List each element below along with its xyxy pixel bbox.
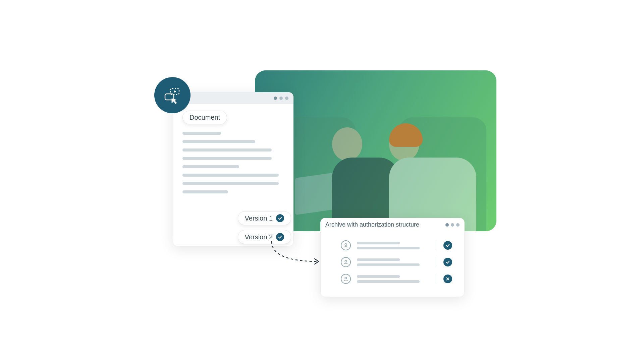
window-dot-icon xyxy=(451,223,454,227)
svg-point-5 xyxy=(345,260,347,262)
document-window: Document Version 1 Version 2 xyxy=(173,92,293,246)
svg-point-6 xyxy=(345,277,347,279)
person-icon xyxy=(341,274,351,284)
window-dot-icon xyxy=(456,223,460,227)
skeleton-line xyxy=(182,157,272,160)
check-icon xyxy=(276,214,284,222)
authorization-row xyxy=(341,237,452,254)
svg-point-4 xyxy=(345,244,347,246)
skeleton-line xyxy=(182,148,272,152)
version-pill-2[interactable]: Version 2 xyxy=(238,230,291,244)
drag-duplicate-badge xyxy=(154,77,191,113)
duplicate-cursor-icon xyxy=(162,84,183,107)
check-icon xyxy=(443,241,452,250)
authorization-text-skeleton xyxy=(357,258,428,266)
person-icon xyxy=(341,257,351,267)
skeleton-line xyxy=(182,190,228,193)
skeleton-line xyxy=(182,132,221,135)
skeleton-line xyxy=(182,182,279,185)
check-icon xyxy=(443,258,452,266)
cross-icon xyxy=(443,275,452,283)
version-pill-1[interactable]: Version 1 xyxy=(238,211,291,225)
version-label: Version 1 xyxy=(245,215,273,222)
authorization-text-skeleton xyxy=(357,275,428,283)
archive-title: Archive with authorization structure xyxy=(325,221,419,228)
skeleton-line xyxy=(182,174,279,177)
window-dot-icon xyxy=(445,223,449,227)
window-dot-icon xyxy=(274,97,277,100)
window-titlebar xyxy=(173,93,293,104)
authorization-row xyxy=(341,254,452,270)
authorization-text-skeleton xyxy=(357,242,428,249)
archive-window: Archive with authorization structure xyxy=(320,218,465,297)
version-label: Version 2 xyxy=(245,233,273,241)
document-title-label: Document xyxy=(190,114,220,121)
document-title-pill: Document xyxy=(182,111,227,124)
window-dot-icon xyxy=(285,97,288,100)
person-icon xyxy=(341,240,351,250)
check-icon xyxy=(276,233,284,241)
archive-titlebar: Archive with authorization structure xyxy=(321,218,464,232)
skeleton-line xyxy=(182,165,239,168)
window-dot-icon xyxy=(279,97,283,100)
skeleton-line xyxy=(182,140,255,143)
authorization-row xyxy=(341,270,452,287)
